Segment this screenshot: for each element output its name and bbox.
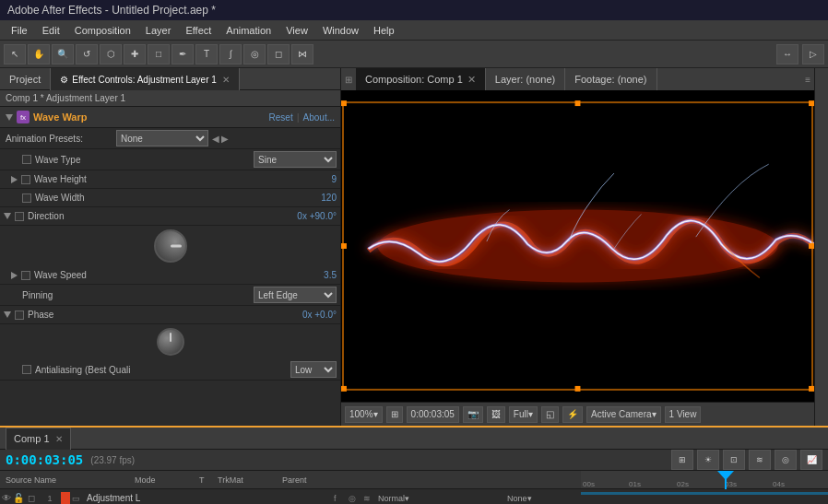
direction-knob[interactable] xyxy=(154,229,187,263)
preset-nav-right[interactable]: ▶ xyxy=(221,134,229,144)
work-area-bar[interactable] xyxy=(581,492,828,495)
preview-btn[interactable]: ▷ xyxy=(802,44,824,64)
tab-footage[interactable]: Footage: (none) xyxy=(565,68,656,90)
wave-type-select[interactable]: Sine xyxy=(254,151,337,168)
tool-rotate[interactable]: ↺ xyxy=(76,44,98,64)
track-mode-select[interactable]: Normal▾ xyxy=(378,494,433,503)
tool-clone[interactable]: ◎ xyxy=(243,44,266,64)
menu-view[interactable]: View xyxy=(278,25,315,36)
wave-speed-expand-icon[interactable] xyxy=(11,272,18,279)
timeline-tab-close[interactable]: ✕ xyxy=(55,434,63,444)
animation-presets-label: Animation Presets: xyxy=(6,134,116,144)
wave-width-value[interactable]: 120 xyxy=(321,193,337,203)
comp-panel-menu[interactable]: ≡ xyxy=(805,75,810,85)
tab-effect-controls-close[interactable]: ✕ xyxy=(222,75,230,85)
tab-composition[interactable]: Composition: Comp 1 ✕ xyxy=(356,68,486,90)
menu-window[interactable]: Window xyxy=(315,25,366,36)
track-motion-blur[interactable]: ◎ xyxy=(349,494,363,503)
tab-effect-controls[interactable]: ⚙ Effect Controls: Adjustment Layer 1 ✕ xyxy=(51,68,240,90)
track-fx-switch[interactable]: f xyxy=(334,494,349,503)
fit-control[interactable]: ⊞ xyxy=(386,406,403,423)
graph-editor-icon[interactable]: 📈 xyxy=(800,450,822,470)
track-frame-blend[interactable]: ≋ xyxy=(363,494,378,503)
wave-speed-stopwatch[interactable] xyxy=(21,271,30,280)
track-name-label[interactable]: Adjustment L xyxy=(87,493,334,503)
timeline-tab-comp1[interactable]: Comp 1 ✕ xyxy=(6,428,71,450)
snapshot-btn[interactable]: 📷 xyxy=(463,406,483,423)
tool-puppet[interactable]: ⋈ xyxy=(291,44,313,64)
wave-height-section: Wave Height 9 xyxy=(0,170,340,189)
new-comp-icon[interactable]: ⊞ xyxy=(671,450,693,470)
phase-expand-icon[interactable] xyxy=(4,311,11,318)
tool-zoom[interactable]: 🔍 xyxy=(52,44,74,64)
zoom-control[interactable]: 100% ▾ xyxy=(345,406,383,423)
tool-brush[interactable]: ∫ xyxy=(219,44,242,64)
menu-effect[interactable]: Effect xyxy=(178,25,219,36)
parent-col-header: Parent xyxy=(278,475,352,485)
tool-pen[interactable]: ✒ xyxy=(172,44,194,64)
menu-help[interactable]: Help xyxy=(366,25,402,36)
workspace-btn[interactable]: ↔ xyxy=(776,44,798,64)
track-content xyxy=(581,489,828,504)
toolbar: ↖ ✋ 🔍 ↺ ⬡ ✚ □ ✒ T ∫ ◎ ◻ ⋈ ↔ ▷ xyxy=(0,41,828,68)
direction-value[interactable]: 0x +90.0° xyxy=(297,211,337,221)
render-mode-btn[interactable]: ◱ xyxy=(541,406,559,423)
frame-blend-icon[interactable]: ≋ xyxy=(749,450,771,470)
track-parent-value[interactable]: None▾ xyxy=(507,494,581,503)
wave-type-stopwatch[interactable] xyxy=(22,155,31,164)
phase-value[interactable]: 0x +0.0° xyxy=(302,310,337,320)
phase-stopwatch[interactable] xyxy=(15,311,24,320)
tab-effect-controls-label: ⚙ xyxy=(60,75,68,85)
comp-view xyxy=(341,90,814,402)
wave-speed-value[interactable]: 3.5 xyxy=(324,270,337,280)
animation-presets-select[interactable]: None xyxy=(116,130,208,147)
track-visibility-toggle[interactable]: 👁 xyxy=(0,492,13,505)
wave-width-stopwatch[interactable] xyxy=(22,193,31,203)
antialiasing-stopwatch[interactable] xyxy=(22,365,31,374)
tab-layer[interactable]: Layer: (none) xyxy=(486,68,565,90)
wave-height-value[interactable]: 9 xyxy=(331,174,337,184)
title-bar: Adobe After Effects - Untitled Project.a… xyxy=(0,0,828,20)
tab-project[interactable]: Project xyxy=(0,68,51,90)
about-button[interactable]: About... xyxy=(303,112,335,123)
tool-hand[interactable]: ✋ xyxy=(28,44,50,64)
tool-camera[interactable]: ⬡ xyxy=(100,44,122,64)
preset-nav-left[interactable]: ◀ xyxy=(212,134,219,144)
menu-layer[interactable]: Layer xyxy=(138,25,179,36)
camera-dropdown-icon: ▾ xyxy=(652,409,656,419)
show-snapshot-btn[interactable]: 🖼 xyxy=(487,406,505,423)
camera-control[interactable]: Active Camera ▾ xyxy=(586,406,661,423)
timecode-display[interactable]: 0:00:03:05 xyxy=(407,406,459,423)
timeline-timecode[interactable]: 0:00:03:05 xyxy=(6,452,83,467)
track-lock[interactable]: 🔓 xyxy=(13,493,28,503)
menu-composition[interactable]: Composition xyxy=(67,25,138,36)
menu-edit[interactable]: Edit xyxy=(35,25,67,36)
motion-blur-icon[interactable]: ◎ xyxy=(775,450,797,470)
antialiasing-select[interactable]: Low xyxy=(290,361,337,378)
phase-knob[interactable] xyxy=(157,328,184,356)
tool-text[interactable]: T xyxy=(195,44,218,64)
track-shy[interactable]: ◻ xyxy=(28,493,41,503)
tool-shape-rect[interactable]: □ xyxy=(148,44,170,64)
track-ruler: 00s 01s 02s 03s 04s xyxy=(581,471,828,504)
pinning-select[interactable]: Left Edge xyxy=(254,287,337,303)
menu-animation[interactable]: Animation xyxy=(219,25,278,36)
direction-expand-icon[interactable] xyxy=(4,213,11,219)
tool-anchor[interactable]: ✚ xyxy=(124,44,146,64)
wave-height-expand-icon[interactable] xyxy=(11,176,18,183)
solo-icon[interactable]: ☀ xyxy=(697,450,719,470)
quality-control[interactable]: Full ▾ xyxy=(509,406,538,423)
shy-icon[interactable]: ⊡ xyxy=(723,450,745,470)
direction-stopwatch[interactable] xyxy=(15,212,24,221)
tool-select[interactable]: ↖ xyxy=(4,44,26,64)
tab-composition-close[interactable]: ✕ xyxy=(467,74,476,86)
tool-eraser[interactable]: ◻ xyxy=(267,44,290,64)
menu-file[interactable]: File xyxy=(4,25,35,36)
fast-preview-btn[interactable]: ⚡ xyxy=(562,406,583,423)
track-color-swatch[interactable] xyxy=(61,492,70,505)
reset-button[interactable]: Reset xyxy=(269,112,293,123)
view-control[interactable]: 1 View xyxy=(665,406,702,423)
wave-height-stopwatch[interactable] xyxy=(21,175,30,184)
wave-warp-collapse-icon[interactable] xyxy=(6,114,13,121)
wave-type-row: Wave Type Sine xyxy=(0,149,340,170)
